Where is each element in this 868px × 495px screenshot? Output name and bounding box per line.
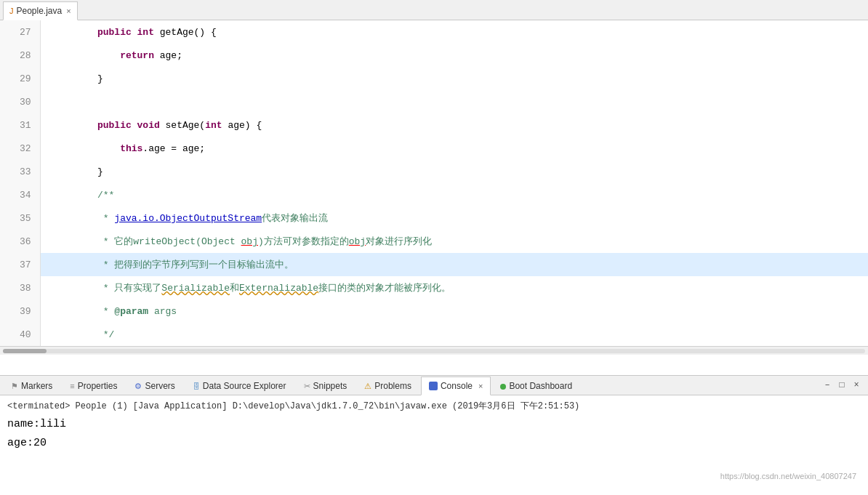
properties-icon: ≡ [70,382,74,390]
bottom-tab-label: Problems [374,381,411,391]
bottom-tabs-list: ⚑Markers≡Properties⚙Servers🗄Data Source … [3,376,580,395]
line-code[interactable]: public void setAge(int age) { [40,113,868,137]
maximize-button[interactable]: □ [836,379,848,391]
token: args [148,306,177,317]
bottom-tab-label: Servers [145,381,174,391]
line-number: 32 [0,137,40,160]
line-number: 30 [0,90,40,113]
bottom-tab-data-source[interactable]: 🗄Data Source Explorer [185,377,294,395]
token: * 它的writeObject(Object [52,236,241,247]
line-code[interactable]: * 它的writeObject(Object obj)方法可对参数指定的obj对… [40,230,868,253]
token: 目标输出流中。 [228,259,294,270]
token: /** [52,190,115,201]
line-code[interactable]: } [40,160,868,183]
token: 代表对象输出流 [262,213,328,224]
bottom-tab-label: Properties [78,381,118,391]
panel-controls: – □ × [821,379,868,391]
code-line-34: 34 /** [0,183,868,206]
token [52,50,121,61]
token: void [137,120,160,131]
line-number: 28 [0,44,40,67]
token: Externalizable [239,283,318,294]
token: public [97,27,132,38]
editor-tab-bar: J People.java × [0,0,868,20]
datasource-icon: 🗄 [193,382,200,390]
line-code[interactable]: * 只有实现了Serializable和Externalizable接口的类的对… [40,276,868,299]
line-code[interactable]: this.age = age; [40,137,868,160]
close-panel-button[interactable]: × [851,379,862,391]
line-number: 36 [0,230,40,253]
token: public [97,120,132,131]
bottom-tab-label: Console [441,381,473,391]
bottom-tab-markers[interactable]: ⚑Markers [3,377,60,395]
line-code[interactable]: * 把得到的字节序列写到一个目标输出流中。 [40,253,868,276]
code-line-31: 31 public void setAge(int age) { [0,113,868,137]
bottom-tab-console[interactable]: Console× [421,377,491,395]
file-tab[interactable]: J People.java × [3,1,78,20]
line-number: 29 [0,67,40,90]
bottom-tab-properties[interactable]: ≡Properties [62,377,125,395]
line-code[interactable]: } [40,67,868,90]
code-line-37: 37 * 把得到的字节序列写到一个目标输出流中。 [0,253,868,276]
token: setAge( [160,120,205,131]
token: int [137,27,154,38]
token: int [205,120,222,131]
problems-icon: ⚠ [364,382,371,391]
token [52,143,121,154]
code-table: 27 public int getAge() {28 return age;29… [0,20,868,346]
line-code[interactable]: */ [40,323,868,346]
token: 和 [230,283,239,294]
line-number: 27 [0,20,40,44]
code-line-29: 29 } [0,67,868,90]
line-code[interactable]: /** [40,183,868,206]
token: getAge() { [154,27,217,38]
token: * 只有实现了 [52,283,162,294]
token [132,27,137,38]
line-code[interactable]: * @param args [40,299,868,323]
token: java.io.ObjectOutputStream [114,213,262,224]
scroll-thumb[interactable] [3,349,47,353]
token: obj [349,236,366,247]
line-number: 33 [0,160,40,183]
code-line-40: 40 */ [0,323,868,346]
markers-icon: ⚑ [11,382,18,391]
token: obj [241,236,258,247]
bottom-tab-label: Data Source Explorer [203,381,286,391]
code-line-35: 35 * java.io.ObjectOutputStream代表对象输出流 [0,206,868,230]
line-number: 37 [0,253,40,276]
bottom-tab-label: Boot Dashboard [509,381,572,391]
line-number: 38 [0,276,40,299]
horizontal-scrollbar[interactable] [0,346,868,355]
code-line-27: 27 public int getAge() { [0,20,868,44]
bottom-tab-snippets[interactable]: ✂Snippets [296,377,355,395]
token: * [52,306,115,317]
code-line-30: 30 [0,90,868,113]
code-line-36: 36 * 它的writeObject(Object obj)方法可对参数指定的o… [0,230,868,253]
console-output: name:lili age:20 [7,415,861,452]
bottom-tab-servers[interactable]: ⚙Servers [126,377,182,395]
bottom-tab-boot-dashboard[interactable]: Boot Dashboard [492,377,580,395]
terminated-text: <terminated> People (1) [Java Applicatio… [7,401,579,411]
code-line-28: 28 return age; [0,44,868,67]
code-line-38: 38 * 只有实现了Serializable和Externalizable接口的… [0,276,868,299]
minimize-button[interactable]: – [821,379,833,391]
line-number: 39 [0,299,40,323]
line-code[interactable]: * java.io.ObjectOutputStream代表对象输出流 [40,206,868,230]
line-code[interactable]: public int getAge() { [40,20,868,44]
token: * [52,213,115,224]
token: */ [52,329,115,340]
code-line-32: 32 this.age = age; [0,137,868,160]
java-file-icon: J [9,7,14,15]
code-line-33: 33 } [0,160,868,183]
line-code[interactable] [40,90,868,113]
token: .age = age; [142,143,205,154]
boot-icon [500,382,506,390]
line-code[interactable]: return age; [40,44,868,67]
token: return [120,50,154,61]
console-tab-close[interactable]: × [478,382,483,390]
token: age) { [222,120,262,131]
line-number: 34 [0,183,40,206]
bottom-tab-problems[interactable]: ⚠Problems [356,377,419,395]
tab-close-button[interactable]: × [66,7,71,15]
token: @param [114,306,148,317]
